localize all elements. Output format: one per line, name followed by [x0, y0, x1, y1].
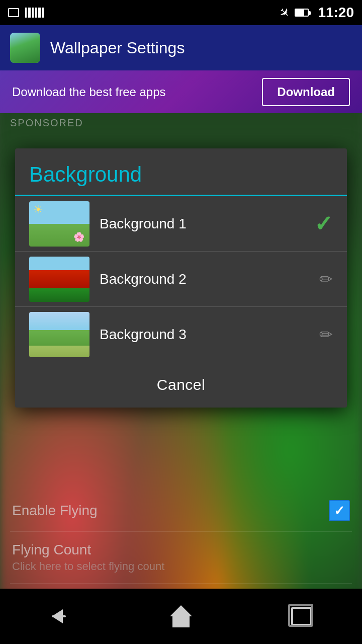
edit-icon-2: ✏ [319, 325, 333, 344]
background-3-item[interactable]: Background 3 ✏ [15, 307, 347, 362]
background-3-label: Background 3 [100, 327, 309, 343]
recents-button[interactable] [282, 601, 322, 631]
selected-check-icon: ✓ [314, 211, 333, 236]
background-2-label: Background 2 [100, 271, 309, 287]
dialog-overlay: Background Background 1 ✓ Background 2 ✏… [0, 0, 362, 644]
dialog-title: Background [29, 163, 142, 186]
recents-icon [291, 607, 312, 626]
dialog-header: Background [15, 148, 347, 196]
background-1-label: Background 1 [100, 216, 304, 232]
background-2-thumbnail [29, 257, 89, 302]
back-button[interactable] [40, 601, 80, 631]
background-dialog: Background Background 1 ✓ Background 2 ✏… [15, 148, 347, 408]
home-icon [170, 605, 192, 627]
background-1-item[interactable]: Background 1 ✓ [15, 196, 347, 252]
background-2-item[interactable]: Background 2 ✏ [15, 252, 347, 307]
nav-bar [0, 589, 362, 644]
background-1-thumbnail [29, 201, 89, 247]
background-3-thumbnail [29, 312, 89, 357]
edit-icon: ✏ [319, 270, 333, 289]
back-arrow-icon [48, 609, 73, 624]
cancel-button[interactable]: Cancel [15, 362, 347, 408]
home-button[interactable] [161, 601, 201, 631]
